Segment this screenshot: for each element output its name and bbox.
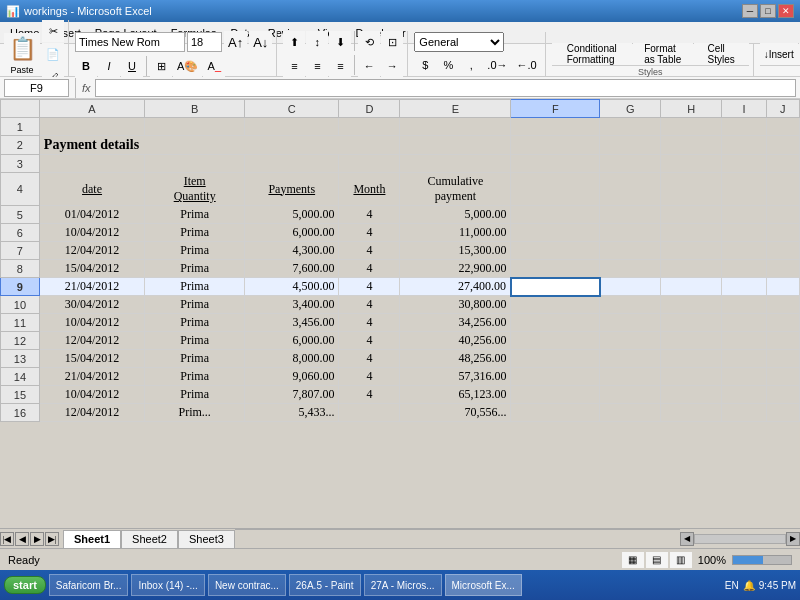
- italic-button[interactable]: I: [98, 55, 120, 77]
- font-color-button[interactable]: A_: [203, 55, 225, 77]
- cell-D15[interactable]: 4: [339, 386, 400, 404]
- decrease-font-button[interactable]: A↓: [249, 31, 272, 53]
- cell-J15[interactable]: [766, 386, 799, 404]
- cell-E8[interactable]: 22,900.00: [400, 260, 511, 278]
- cell-J8[interactable]: [766, 260, 799, 278]
- cell-E7[interactable]: 15,300.00: [400, 242, 511, 260]
- cell-G7[interactable]: [600, 242, 661, 260]
- col-header-F[interactable]: F: [511, 100, 600, 118]
- cell-C6[interactable]: 6,000.00: [245, 224, 339, 242]
- cell-B6[interactable]: Prima: [145, 224, 245, 242]
- cell-D1[interactable]: [339, 118, 400, 136]
- row-header-15[interactable]: 15: [1, 386, 40, 404]
- cell-B3[interactable]: [145, 155, 245, 173]
- cell-C10[interactable]: 3,400.00: [245, 296, 339, 314]
- taskbar-item-inbox[interactable]: Inbox (14) -...: [131, 574, 204, 596]
- cell-F6[interactable]: [511, 224, 600, 242]
- decrease-indent-button[interactable]: ←: [358, 55, 380, 77]
- cell-D9[interactable]: 4: [339, 278, 400, 296]
- cell-J14[interactable]: [766, 368, 799, 386]
- cell-C12[interactable]: 6,000.00: [245, 332, 339, 350]
- cell-D8[interactable]: 4: [339, 260, 400, 278]
- cell-G2[interactable]: [600, 136, 661, 155]
- cell-J7[interactable]: [766, 242, 799, 260]
- cell-C8[interactable]: 7,600.00: [245, 260, 339, 278]
- cell-D4-month[interactable]: Month: [339, 173, 400, 206]
- cell-E16[interactable]: 70,556...: [400, 404, 511, 422]
- cell-C13[interactable]: 8,000.00: [245, 350, 339, 368]
- cell-E3[interactable]: [400, 155, 511, 173]
- row-header-11[interactable]: 11: [1, 314, 40, 332]
- taskbar-item-safaricom[interactable]: Safaricom Br...: [49, 574, 129, 596]
- page-layout-view-button[interactable]: ▤: [646, 552, 668, 568]
- cell-B4-item-quantity[interactable]: ItemQuantity: [145, 173, 245, 206]
- cell-A14[interactable]: 21/04/2012: [39, 368, 144, 386]
- cell-C14[interactable]: 9,060.00: [245, 368, 339, 386]
- cell-J16[interactable]: [766, 404, 799, 422]
- cell-B11[interactable]: Prima: [145, 314, 245, 332]
- scroll-left-button[interactable]: ◀: [680, 532, 694, 546]
- cell-I12[interactable]: [722, 332, 766, 350]
- taskbar-item-word[interactable]: 27A - Micros...: [364, 574, 442, 596]
- cell-A9[interactable]: 21/04/2012: [39, 278, 144, 296]
- cell-I10[interactable]: [722, 296, 766, 314]
- cell-I5[interactable]: [722, 206, 766, 224]
- cell-A6[interactable]: 10/04/2012: [39, 224, 144, 242]
- col-header-H[interactable]: H: [661, 100, 722, 118]
- cell-J5[interactable]: [766, 206, 799, 224]
- cell-I7[interactable]: [722, 242, 766, 260]
- cell-C9[interactable]: 4,500.00: [245, 278, 339, 296]
- cell-F14[interactable]: [511, 368, 600, 386]
- cell-G3[interactable]: [600, 155, 661, 173]
- cell-D13[interactable]: 4: [339, 350, 400, 368]
- cell-A7[interactable]: 12/04/2012: [39, 242, 144, 260]
- cell-H2[interactable]: [661, 136, 722, 155]
- cell-A5[interactable]: 01/04/2012: [39, 206, 144, 224]
- cell-G6[interactable]: [600, 224, 661, 242]
- cell-I16[interactable]: [722, 404, 766, 422]
- cell-H13[interactable]: [661, 350, 722, 368]
- cell-F11[interactable]: [511, 314, 600, 332]
- cell-J3[interactable]: [766, 155, 799, 173]
- cell-I11[interactable]: [722, 314, 766, 332]
- cell-C3[interactable]: [245, 155, 339, 173]
- conditional-formatting-button[interactable]: ConditionalFormatting: [552, 43, 632, 65]
- cell-E4-cumulative[interactable]: Cumulativepayment: [400, 173, 511, 206]
- comma-button[interactable]: ,: [460, 54, 482, 76]
- cell-F10[interactable]: [511, 296, 600, 314]
- cell-G13[interactable]: [600, 350, 661, 368]
- row-header-4[interactable]: 4: [1, 173, 40, 206]
- align-center-button[interactable]: ≡: [306, 55, 328, 77]
- row-header-12[interactable]: 12: [1, 332, 40, 350]
- maximize-button[interactable]: □: [760, 4, 776, 18]
- cell-A15[interactable]: 10/04/2012: [39, 386, 144, 404]
- cell-J6[interactable]: [766, 224, 799, 242]
- cell-J4[interactable]: [766, 173, 799, 206]
- cell-A4-date[interactable]: date: [39, 173, 144, 206]
- col-header-G[interactable]: G: [600, 100, 661, 118]
- cell-F9-selected[interactable]: [511, 278, 600, 296]
- cell-D12[interactable]: 4: [339, 332, 400, 350]
- col-header-B[interactable]: B: [145, 100, 245, 118]
- close-button[interactable]: ✕: [778, 4, 794, 18]
- row-header-6[interactable]: 6: [1, 224, 40, 242]
- currency-button[interactable]: $: [414, 54, 436, 76]
- cell-B13[interactable]: Prima: [145, 350, 245, 368]
- cell-C5[interactable]: 5,000.00: [245, 206, 339, 224]
- taskbar-item-paint[interactable]: 26A.5 - Paint: [289, 574, 361, 596]
- cell-H10[interactable]: [661, 296, 722, 314]
- cell-C11[interactable]: 3,456.00: [245, 314, 339, 332]
- cell-B5[interactable]: Prima: [145, 206, 245, 224]
- cell-I2[interactable]: [722, 136, 766, 155]
- align-middle-button[interactable]: ↕: [306, 31, 328, 53]
- cell-B8[interactable]: Prima: [145, 260, 245, 278]
- col-header-A[interactable]: A: [39, 100, 144, 118]
- increase-indent-button[interactable]: →: [381, 55, 403, 77]
- cell-E5[interactable]: 5,000.00: [400, 206, 511, 224]
- tab-prev-button[interactable]: ◀: [15, 532, 29, 546]
- number-format-select[interactable]: General Number Currency Date: [414, 32, 504, 52]
- row-header-1[interactable]: 1: [1, 118, 40, 136]
- col-header-C[interactable]: C: [245, 100, 339, 118]
- cell-E9[interactable]: 27,400.00: [400, 278, 511, 296]
- cell-C4-payments[interactable]: Payments: [245, 173, 339, 206]
